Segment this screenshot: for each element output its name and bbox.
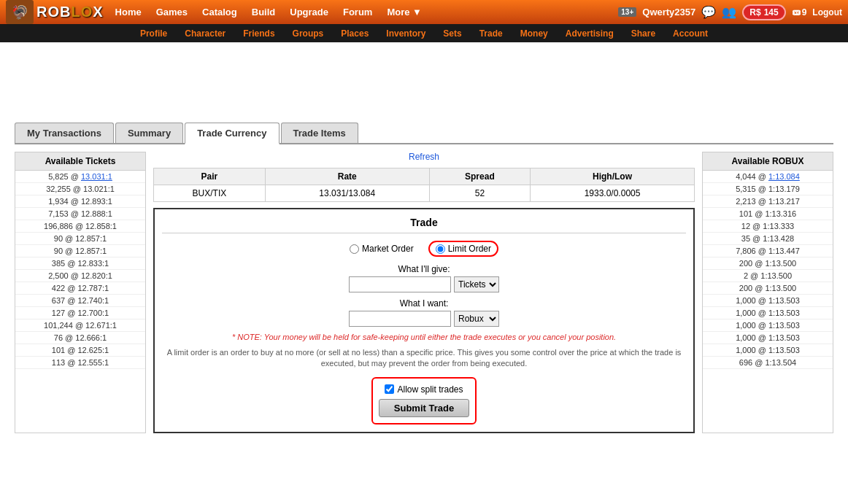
info-text: A limit order is an order to buy at no m… (162, 347, 686, 370)
columns: Available Tickets 5,825 @ 13.031:1 32,25… (15, 152, 833, 433)
main-content: My Transactions Summary Trade Currency T… (0, 115, 848, 441)
nav-character[interactable]: Character (176, 24, 234, 42)
list-item: 127 @ 12.700:1 (15, 307, 145, 319)
list-item: 1,000 @ 1:13.503 (703, 332, 833, 344)
available-robux-header: Available ROBUX (703, 152, 833, 171)
list-item: 200 @ 1:13.500 (703, 282, 833, 295)
robux-link[interactable]: 1:13.084 (768, 172, 800, 181)
nav-sets[interactable]: Sets (434, 24, 470, 42)
list-item: 385 @ 12.833:1 (15, 257, 145, 270)
list-item: 113 @ 12.555:1 (15, 357, 145, 369)
list-item: 76 @ 12.666:1 (15, 332, 145, 344)
want-label: What I want: (162, 298, 686, 309)
list-item: 101 @ 12.625:1 (15, 344, 145, 357)
list-item: 4,044 @ 1:13.084 (703, 171, 833, 183)
col-spread: Spread (429, 168, 530, 185)
list-item: 196,886 @ 12.858:1 (15, 220, 145, 233)
list-item: 2 @ 1:13.500 (703, 270, 833, 282)
want-input-row: Robux Tickets (162, 311, 686, 327)
mid-column: Refresh Pair Rate Spread High/Low BUX/TI… (153, 152, 695, 433)
friends-icon[interactable]: 👥 (722, 5, 736, 19)
limit-order-label-text: Limit Order (448, 244, 491, 254)
give-currency-select[interactable]: Tickets Robux (454, 276, 499, 292)
tickets-amount: 9 (802, 7, 807, 18)
want-amount-input[interactable] (349, 311, 451, 327)
logout-button[interactable]: Logout (812, 7, 842, 18)
refresh-link-container: Refresh (153, 152, 695, 162)
want-currency-select[interactable]: Robux Tickets (454, 311, 499, 327)
submit-trade-button[interactable]: Submit Trade (379, 399, 469, 417)
nav-groups[interactable]: Groups (284, 24, 333, 42)
nav-inventory[interactable]: Inventory (377, 24, 434, 42)
limit-order-radio[interactable] (436, 244, 445, 254)
tab-summary[interactable]: Summary (115, 123, 183, 143)
nav-money[interactable]: Money (512, 24, 557, 42)
list-item: 1,000 @ 1:13.503 (703, 319, 833, 332)
logo-character: 🦃 (6, 0, 34, 24)
give-row: What I'll give: Tickets Robux (162, 264, 686, 292)
nav-home[interactable]: Home (108, 0, 149, 24)
nav-friends[interactable]: Friends (234, 24, 283, 42)
cell-highlow: 1933.0/0.0005 (531, 185, 695, 202)
nav-share[interactable]: Share (622, 24, 664, 42)
right-column: Available ROBUX 4,044 @ 1:13.084 5,315 @… (702, 152, 833, 433)
market-order-option[interactable]: Market Order (350, 241, 414, 257)
username: Qwerty2357 (642, 7, 695, 18)
list-item: 7,806 @ 1:13.447 (703, 245, 833, 257)
nav-games[interactable]: Games (149, 0, 195, 24)
list-item: 90 @ 12.857:1 (15, 233, 145, 245)
cell-rate: 13.031/13.084 (265, 185, 429, 202)
list-item: 422 @ 12.787:1 (15, 282, 145, 295)
allow-split-text: Allow split trades (397, 384, 463, 395)
nav-forum[interactable]: Forum (336, 0, 379, 24)
cell-pair: BUX/TIX (154, 185, 266, 202)
nav-build[interactable]: Build (244, 0, 283, 24)
table-row: BUX/TIX 13.031/13.084 52 1933.0/0.0005 (154, 185, 695, 202)
list-item: 1,934 @ 12.893:1 (15, 195, 145, 208)
note-text: * NOTE: Your money will be held for safe… (162, 333, 686, 341)
nav-places[interactable]: Places (332, 24, 377, 42)
top-nav: 🦃 ROBLOX Home Games Catalog Build Upgrad… (0, 0, 848, 24)
allow-split-label[interactable]: Allow split trades (385, 384, 463, 395)
col-pair: Pair (154, 168, 266, 185)
list-item: 5,315 @ 1:13.179 (703, 183, 833, 195)
nav-more[interactable]: More ▼ (379, 0, 429, 24)
list-item: 101 @ 1:13.316 (703, 208, 833, 220)
nav-catalog[interactable]: Catalog (195, 0, 244, 24)
market-order-label: Market Order (362, 244, 414, 254)
trade-box-title: Trade (162, 217, 686, 233)
robux-symbol: R$ (749, 7, 760, 18)
tab-trade-currency[interactable]: Trade Currency (185, 123, 279, 144)
list-item: 12 @ 1:13.333 (703, 220, 833, 233)
nav-profile[interactable]: Profile (131, 24, 176, 42)
ticket-link[interactable]: 13.031:1 (81, 172, 112, 181)
tab-my-transactions[interactable]: My Transactions (15, 123, 114, 143)
limit-order-option[interactable]: Limit Order (428, 241, 498, 257)
cell-spread: 52 (429, 185, 530, 202)
list-item: 637 @ 12.740:1 (15, 295, 145, 307)
left-column: Available Tickets 5,825 @ 13.031:1 32,25… (15, 152, 146, 433)
tickets-icon: 🎟 (792, 7, 801, 18)
top-nav-left: 🦃 ROBLOX Home Games Catalog Build Upgrad… (6, 0, 429, 24)
col-highlow: High/Low (531, 168, 695, 185)
allow-split-checkbox[interactable] (385, 384, 394, 394)
give-amount-input[interactable] (349, 276, 451, 292)
logo-area: 🦃 ROBLOX (6, 0, 104, 24)
list-item: 1,000 @ 1:13.503 (703, 344, 833, 357)
ad-area (0, 42, 848, 115)
tab-trade-items[interactable]: Trade Items (281, 123, 358, 143)
list-item: 2,213 @ 1:13.217 (703, 195, 833, 208)
list-item: 90 @ 12.857:1 (15, 245, 145, 257)
robux-badge[interactable]: R$ 145 (742, 4, 785, 20)
list-item: 35 @ 1:13.428 (703, 233, 833, 245)
market-order-radio[interactable] (350, 244, 359, 254)
nav-trade[interactable]: Trade (471, 24, 512, 42)
list-item: 696 @ 1:13.504 (703, 357, 833, 369)
list-item: 1,000 @ 1:13.503 (703, 307, 833, 319)
chat-icon[interactable]: 💬 (701, 5, 716, 19)
list-item: 5,825 @ 13.031:1 (15, 171, 145, 183)
nav-account[interactable]: Account (664, 24, 717, 42)
refresh-link[interactable]: Refresh (409, 152, 439, 162)
nav-upgrade[interactable]: Upgrade (282, 0, 336, 24)
nav-advertising[interactable]: Advertising (557, 24, 622, 42)
